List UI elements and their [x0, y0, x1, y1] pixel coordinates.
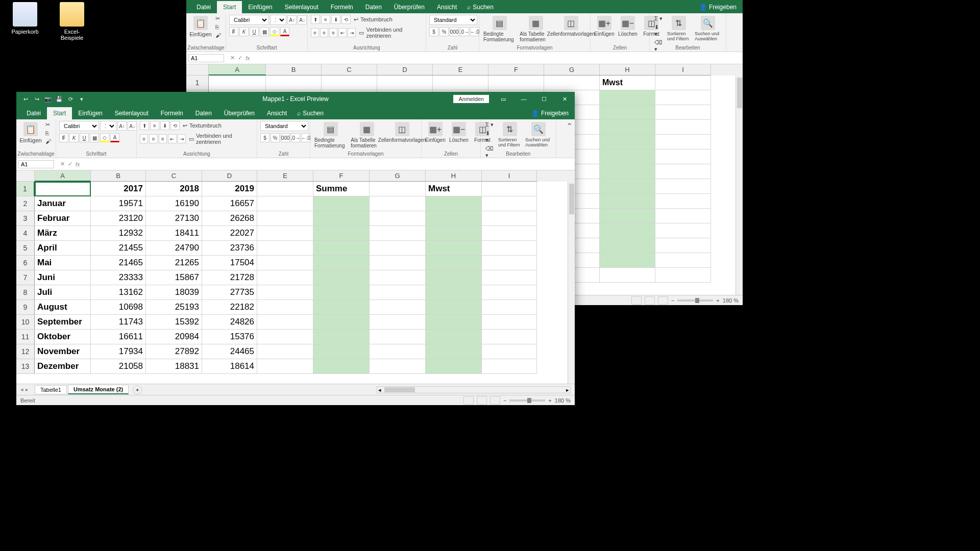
insert-cells-button[interactable]: ▦+Einfügen: [594, 15, 615, 38]
cell-month[interactable]: November: [35, 344, 91, 359]
qat-back-icon[interactable]: ↩: [21, 95, 30, 103]
find-select-button[interactable]: 🔍Suchen und Auswählen: [694, 15, 723, 42]
cell[interactable]: 16190: [146, 196, 202, 211]
cell[interactable]: [370, 285, 426, 300]
cell[interactable]: [370, 270, 426, 285]
format-as-table-button[interactable]: ▦Als Tabelle formatieren: [350, 121, 384, 149]
cell[interactable]: [482, 270, 537, 285]
bold-button[interactable]: F: [59, 133, 68, 142]
cell[interactable]: [257, 211, 313, 226]
tab-file[interactable]: Datei: [190, 1, 217, 13]
currency-button[interactable]: $: [260, 133, 270, 142]
minimize-button[interactable]: —: [513, 92, 534, 106]
border-button[interactable]: ▦: [260, 27, 269, 36]
copy-button[interactable]: ⎘: [44, 130, 53, 137]
zoom-out-button[interactable]: −: [503, 397, 506, 404]
formula-input[interactable]: [83, 160, 571, 168]
col-header-a[interactable]: A: [209, 64, 266, 76]
view-pagebreak-button[interactable]: [658, 296, 668, 305]
cell[interactable]: [313, 344, 370, 359]
cell[interactable]: [426, 300, 482, 315]
col-header-a[interactable]: A: [35, 170, 91, 182]
delete-cells-button[interactable]: ▦−Löschen: [617, 15, 639, 38]
cell[interactable]: [313, 300, 370, 315]
cell[interactable]: 12932: [91, 226, 146, 241]
fill-color-button[interactable]: ◇: [270, 27, 279, 36]
cell[interactable]: 20984: [146, 330, 202, 344]
align-bottom-button[interactable]: ⬇: [160, 121, 169, 130]
cell[interactable]: [370, 256, 426, 270]
cell[interactable]: [313, 196, 370, 211]
underline-button[interactable]: U: [250, 27, 259, 36]
row-header[interactable]: 2: [16, 196, 35, 211]
cell[interactable]: [209, 76, 266, 90]
dec-decimal-button[interactable]: ←.0: [470, 27, 479, 36]
paste-button[interactable]: 📋Einfügen: [19, 121, 42, 144]
cell[interactable]: [257, 182, 313, 196]
tab-view[interactable]: Ansicht: [261, 107, 293, 119]
row-header[interactable]: 4: [16, 226, 35, 241]
cell[interactable]: 2018: [146, 182, 202, 196]
col-header-e[interactable]: E: [257, 170, 313, 182]
zoom-in-button[interactable]: +: [548, 397, 551, 404]
view-normal-button[interactable]: [631, 296, 642, 305]
cell[interactable]: [426, 330, 482, 344]
cell[interactable]: 27892: [146, 344, 202, 359]
cell[interactable]: [370, 226, 426, 241]
indent-inc-button[interactable]: ⇥: [348, 28, 356, 37]
enter-formula-button[interactable]: ✓: [238, 55, 242, 61]
cell[interactable]: 11743: [91, 315, 146, 330]
sheet-nav-next[interactable]: ▸: [26, 386, 29, 393]
cell[interactable]: [370, 196, 426, 211]
cell[interactable]: [370, 359, 426, 374]
row-header[interactable]: 5: [16, 241, 35, 256]
zoom-in-button[interactable]: +: [716, 297, 719, 304]
sheet-tab[interactable]: Tabelle1: [35, 385, 67, 394]
select-all-corner[interactable]: [16, 170, 35, 182]
underline-button[interactable]: U: [80, 133, 89, 142]
indent-dec-button[interactable]: ⇤: [338, 28, 347, 37]
format-painter-button[interactable]: 🖌: [44, 138, 53, 145]
cell-month[interactable]: September: [35, 315, 91, 330]
cell[interactable]: Mwst: [426, 182, 482, 196]
cell[interactable]: [257, 241, 313, 256]
signin-button[interactable]: Anmelden: [453, 95, 489, 103]
worksheet-area[interactable]: A B C D E F G H I 1201720182019SummeMwst…: [16, 170, 575, 384]
cell[interactable]: [426, 359, 482, 374]
zoom-out-button[interactable]: −: [671, 297, 674, 304]
italic-button[interactable]: K: [239, 27, 249, 36]
merge-center-button[interactable]: ▭Verbinden und zentrieren: [357, 26, 423, 39]
cell[interactable]: 21265: [146, 256, 202, 270]
tab-file[interactable]: Datei: [20, 107, 47, 119]
tab-start[interactable]: Start: [217, 1, 242, 13]
cell[interactable]: [370, 300, 426, 315]
cell[interactable]: [426, 270, 482, 285]
col-header-i[interactable]: I: [482, 170, 537, 182]
cell[interactable]: [370, 344, 426, 359]
cell[interactable]: [426, 344, 482, 359]
inc-decimal-button[interactable]: .0→: [460, 27, 469, 36]
row-header[interactable]: 3: [16, 211, 35, 226]
tab-layout[interactable]: Seitenlayout: [279, 1, 325, 13]
col-header-h[interactable]: H: [600, 64, 655, 76]
cell-month[interactable]: Juli: [35, 285, 91, 300]
cell-mwst-header[interactable]: Mwst: [600, 76, 655, 90]
cell-month[interactable]: August: [35, 300, 91, 315]
comma-button[interactable]: 000: [450, 27, 459, 36]
cut-button[interactable]: ✂: [44, 121, 53, 129]
cell[interactable]: [482, 359, 537, 374]
qat-camera-icon[interactable]: 📷: [44, 95, 52, 103]
cell[interactable]: 24826: [202, 315, 257, 330]
qat-refresh-icon[interactable]: ⟳: [66, 95, 75, 103]
cell[interactable]: 23333: [91, 270, 146, 285]
cell[interactable]: 10698: [91, 300, 146, 315]
cell[interactable]: 22182: [202, 300, 257, 315]
title-bar[interactable]: ↩ ↪ 📷 💾 ⟳ ▾ Mappe1 - Excel Preview Anmel…: [16, 92, 575, 106]
cell[interactable]: [482, 211, 537, 226]
align-center-button[interactable]: ≡: [320, 28, 328, 37]
cell[interactable]: 13162: [91, 285, 146, 300]
dec-decimal-button[interactable]: ←.0: [301, 133, 310, 142]
cell[interactable]: 16657: [202, 196, 257, 211]
cell[interactable]: [482, 241, 537, 256]
cell[interactable]: [482, 226, 537, 241]
